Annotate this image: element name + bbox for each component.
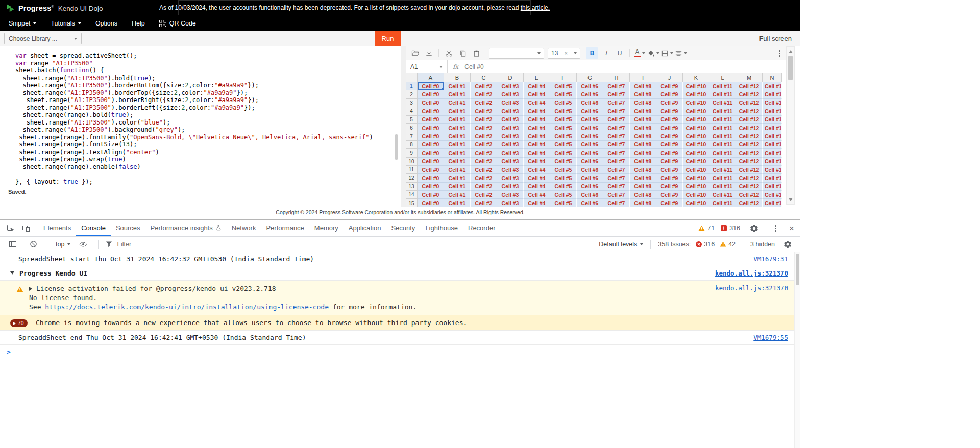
sheet-cell[interactable]: Cell #4 xyxy=(524,82,550,90)
sheet-cell[interactable]: Cell #3 xyxy=(497,99,524,107)
sheet-cell[interactable]: Cell #7 xyxy=(603,99,630,107)
sheet-cell[interactable]: Cell #9 xyxy=(656,183,683,191)
sheet-cell[interactable]: Cell #3 xyxy=(497,166,524,174)
sheet-cell[interactable]: Cell #7 xyxy=(603,166,630,174)
row-header-9[interactable]: 9 xyxy=(406,149,418,157)
sheet-cell[interactable]: Cell #4 xyxy=(524,149,550,157)
sheet-cell[interactable]: Cell #11 xyxy=(709,199,736,207)
sheet-cell[interactable]: Cell #7 xyxy=(603,132,630,140)
javascript-context-dropdown[interactable]: top xyxy=(56,241,70,248)
sheet-cell[interactable]: Cell #3 xyxy=(497,141,524,149)
sheet-cell[interactable]: Cell #1 xyxy=(444,158,471,166)
sheet-cell[interactable]: Cell #11 xyxy=(709,99,736,107)
sheet-cell[interactable]: Cell #10 xyxy=(683,149,709,157)
sheet-cell[interactable]: Cell #12 xyxy=(736,141,763,149)
sheet-cell[interactable]: Cell #11 xyxy=(709,124,736,132)
sheet-cell[interactable]: Cell #2 xyxy=(471,90,497,98)
sheet-cell[interactable]: Cell #11 xyxy=(709,107,736,115)
sheet-cell[interactable]: Cell #1 xyxy=(444,174,471,182)
row-header-1[interactable]: 1 xyxy=(406,82,418,90)
sheet-cell[interactable]: Cell #9 xyxy=(656,158,683,166)
sheet-cell[interactable]: Cell #4 xyxy=(524,158,550,166)
sheet-cell[interactable]: Cell #8 xyxy=(630,90,656,98)
sheet-cell[interactable]: Cell #8 xyxy=(630,183,656,191)
hidden-messages-label[interactable]: 3 hidden xyxy=(750,241,775,248)
sheet-cell[interactable]: Cell #6 xyxy=(577,99,603,107)
export-button[interactable] xyxy=(423,47,435,59)
console-warnings-count[interactable]: 71 xyxy=(698,225,715,232)
sheet-cell[interactable]: Cell #6 xyxy=(577,158,603,166)
sheet-cell[interactable]: Cell #11 xyxy=(709,132,736,140)
sheet-cell[interactable]: Cell #2 xyxy=(471,141,497,149)
sheet-cell[interactable]: Cell #6 xyxy=(577,183,603,191)
tab-network[interactable]: Network xyxy=(227,220,261,236)
console-settings-button[interactable] xyxy=(780,238,795,251)
sheet-cell[interactable]: Cell #1 xyxy=(444,199,471,207)
banner-article-link[interactable]: this article. xyxy=(521,4,550,11)
sheet-cell[interactable]: Cell #0 xyxy=(418,166,444,174)
sheet-cell[interactable]: Cell #4 xyxy=(524,199,550,207)
font-color-button[interactable]: A xyxy=(633,47,646,59)
sheet-cell[interactable]: Cell #2 xyxy=(471,183,497,191)
sheet-cell[interactable]: Cell #9 xyxy=(656,191,683,199)
sheet-cell[interactable]: Cell #8 xyxy=(630,199,656,207)
sheet-cell[interactable]: Cell #7 xyxy=(603,116,630,124)
pane-splitter[interactable] xyxy=(401,46,406,207)
cell-name-box[interactable]: A1 xyxy=(406,60,448,73)
italic-button[interactable]: I xyxy=(600,47,612,59)
scrollbar-thumb[interactable] xyxy=(796,254,799,285)
column-header-I[interactable]: I xyxy=(630,73,656,82)
sheet-cell[interactable]: Cell #11 xyxy=(709,191,736,199)
sheet-cell[interactable]: Cell #3 xyxy=(497,183,524,191)
sheet-cell[interactable]: Cell #10 xyxy=(683,191,709,199)
sheet-cell[interactable]: Cell #2 xyxy=(471,149,497,157)
sheet-cell[interactable]: Cell #2 xyxy=(471,99,497,107)
sheet-cell[interactable]: Cell #3 xyxy=(497,82,524,90)
sheet-cell[interactable]: Cell #3 xyxy=(497,132,524,140)
sheet-cell[interactable]: Cell #1 xyxy=(444,183,471,191)
sheet-cell[interactable]: Cell #1 xyxy=(444,141,471,149)
sheet-cell[interactable]: Cell #4 xyxy=(524,191,550,199)
sheet-cell[interactable]: Cell #7 xyxy=(603,107,630,115)
sheet-cell[interactable]: Cell #2 xyxy=(471,116,497,124)
sheet-cell[interactable]: Cell #10 xyxy=(683,116,709,124)
sheet-cell[interactable]: Cell #5 xyxy=(550,116,577,124)
sheet-cell[interactable]: Cell #8 xyxy=(630,132,656,140)
sheet-cell[interactable]: Cell #12 xyxy=(736,149,763,157)
sheet-cell[interactable]: Cell #1 xyxy=(444,99,471,107)
sheet-cell[interactable]: Cell #6 xyxy=(577,107,603,115)
sheet-cell[interactable]: Cell #4 xyxy=(524,141,550,149)
sheet-cell[interactable]: Cell #8 xyxy=(630,149,656,157)
console-warning-message[interactable]: License activation failed for @progress/… xyxy=(0,281,800,315)
sheet-cell[interactable]: Cell #5 xyxy=(550,158,577,166)
sheet-cell[interactable]: Cell #5 xyxy=(550,141,577,149)
sheet-cell[interactable]: Cell #8 xyxy=(630,82,656,90)
triangle-right-icon[interactable] xyxy=(29,287,32,291)
sheet-cell[interactable]: Cell #6 xyxy=(577,116,603,124)
paste-button[interactable] xyxy=(470,47,482,59)
sheet-cell[interactable]: Cell #13 xyxy=(763,183,782,191)
sheet-cell[interactable]: Cell #4 xyxy=(524,116,550,124)
sheet-cell[interactable]: Cell #12 xyxy=(736,124,763,132)
sheet-cell[interactable]: Cell #13 xyxy=(763,132,782,140)
logo[interactable]: Progress® Kendo UI Dojo xyxy=(6,0,103,16)
sheet-cell[interactable]: Cell #4 xyxy=(524,124,550,132)
sheet-cell[interactable]: Cell #3 xyxy=(497,199,524,207)
sheet-cell[interactable]: Cell #9 xyxy=(656,141,683,149)
sheet-cell[interactable]: Cell #8 xyxy=(630,191,656,199)
sheet-cell[interactable]: Cell #8 xyxy=(630,158,656,166)
sheet-cell[interactable]: Cell #5 xyxy=(550,99,577,107)
sheet-cell[interactable]: Cell #5 xyxy=(550,174,577,182)
tab-security[interactable]: Security xyxy=(386,220,420,236)
menu-qr-code[interactable]: QR Code xyxy=(152,16,203,31)
row-header-10[interactable]: 10 xyxy=(406,158,418,166)
console-group-message[interactable]: Progress Kendo UI kendo.all.js:321370 xyxy=(0,266,800,281)
sheet-cell[interactable]: Cell #2 xyxy=(471,107,497,115)
sheet-cell[interactable]: Cell #10 xyxy=(683,199,709,207)
sheet-cell[interactable]: Cell #12 xyxy=(736,82,763,90)
tab-sources[interactable]: Sources xyxy=(111,220,145,236)
console-issue-message[interactable]: 70 Chrome is moving towards a new experi… xyxy=(0,315,800,331)
sheet-cell[interactable]: Cell #11 xyxy=(709,158,736,166)
sheet-cell[interactable]: Cell #5 xyxy=(550,107,577,115)
sheet-cell[interactable]: Cell #5 xyxy=(550,166,577,174)
